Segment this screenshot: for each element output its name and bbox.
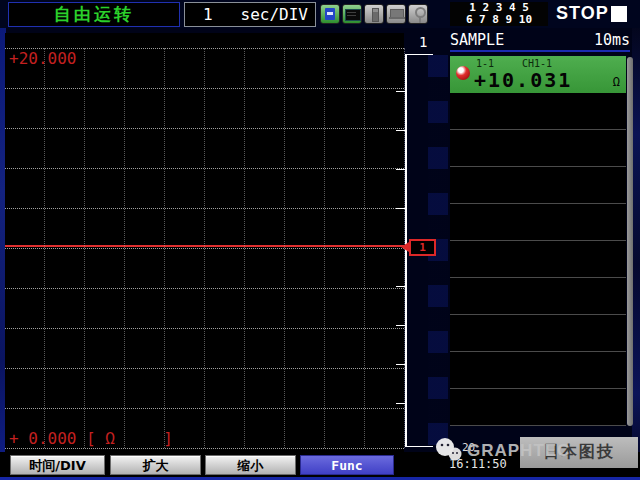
screen-right-edge bbox=[632, 0, 640, 480]
channel-row-empty bbox=[450, 278, 626, 315]
pc-icon bbox=[386, 4, 406, 24]
axis-tick bbox=[396, 364, 406, 365]
mode-label: 自由运转 bbox=[54, 3, 134, 26]
axis-tick bbox=[396, 208, 406, 209]
time-div-button[interactable]: 时间/DIV bbox=[10, 455, 105, 475]
timebase-unit: sec/DIV bbox=[241, 5, 308, 24]
media-status-icons bbox=[320, 4, 428, 24]
trace-marker-arrow-icon bbox=[401, 242, 409, 252]
v-gridline bbox=[204, 48, 205, 448]
usb-memory-icon bbox=[364, 4, 384, 24]
channel-row-empty bbox=[450, 352, 626, 389]
v-gridline bbox=[124, 48, 125, 448]
y-max-label: +20.000 bbox=[9, 49, 76, 68]
channel-row-empty bbox=[450, 315, 626, 352]
channel-row-empty bbox=[450, 167, 626, 204]
channel-value: +10.031 bbox=[474, 68, 572, 92]
panel-scrollbar[interactable] bbox=[627, 57, 633, 426]
clock-time: 16:11:50 bbox=[449, 457, 507, 471]
trace-position-marker[interactable]: 1 bbox=[409, 239, 436, 256]
record-status-label: STOP bbox=[556, 3, 609, 24]
channel-row-empty bbox=[450, 204, 626, 241]
channel-row-empty bbox=[450, 389, 626, 426]
axis-tick bbox=[396, 286, 406, 287]
axis-tick bbox=[396, 169, 406, 170]
h-gridline bbox=[5, 448, 404, 449]
top-status-bar: 自由运转 1 sec/DIV 1 2 3 4 5 6 7 8 9 10 STOP bbox=[0, 0, 640, 28]
v-gridline bbox=[164, 48, 165, 448]
shrink-button[interactable]: 缩小 bbox=[205, 455, 296, 475]
timebase-indicator: 1 sec/DIV bbox=[184, 2, 316, 27]
channel-list-panel: 1-1 CH1-1 +10.031 Ω bbox=[450, 56, 626, 426]
lcd-display-icon bbox=[342, 4, 362, 24]
v-gridline bbox=[284, 48, 285, 448]
channel-card-ch1-1[interactable]: 1-1 CH1-1 +10.031 Ω bbox=[450, 56, 626, 93]
v-gridline bbox=[44, 48, 45, 448]
record-dot-icon bbox=[456, 66, 470, 80]
func-button[interactable]: Func bbox=[300, 455, 394, 475]
v-gridline bbox=[84, 48, 85, 448]
axis-channel-label: 1 bbox=[419, 34, 427, 50]
stop-icon bbox=[611, 6, 627, 22]
axis-tick bbox=[396, 325, 406, 326]
sd-card-icon bbox=[320, 4, 340, 24]
channel-row-empty bbox=[450, 130, 626, 167]
channel-unit: Ω bbox=[613, 75, 620, 89]
y-min-label: + 0.000 [ Ω ] bbox=[9, 429, 173, 448]
timebase-value: 1 bbox=[203, 5, 213, 24]
logger-screen: 自由运转 1 sec/DIV 1 2 3 4 5 6 7 8 9 10 STOP… bbox=[0, 0, 640, 480]
v-gridline bbox=[244, 48, 245, 448]
sample-label: SAMPLE bbox=[450, 31, 504, 49]
expand-button[interactable]: 扩大 bbox=[110, 455, 201, 475]
mode-indicator: 自由运转 bbox=[8, 2, 180, 27]
key-lock-icon bbox=[408, 4, 428, 24]
sample-value: 10ms bbox=[594, 31, 630, 49]
v-gridline bbox=[324, 48, 325, 448]
channel-number-grid: 1 2 3 4 5 6 7 8 9 10 bbox=[450, 2, 548, 26]
waveform-plot: +20.000 + 0.000 [ Ω ] bbox=[5, 33, 404, 452]
axis-bottom-cap bbox=[405, 446, 433, 447]
axis-tick bbox=[396, 130, 406, 131]
sample-rate-bar: SAMPLE 10ms bbox=[450, 29, 630, 52]
axis-top-cap bbox=[405, 54, 433, 55]
v-gridline bbox=[364, 48, 365, 448]
channel-row-empty bbox=[450, 93, 626, 130]
axis-tick bbox=[396, 91, 406, 92]
channel-grid-row2: 6 7 8 9 10 bbox=[466, 14, 532, 26]
channel-row-empty bbox=[450, 241, 626, 278]
axis-tick bbox=[396, 403, 406, 404]
